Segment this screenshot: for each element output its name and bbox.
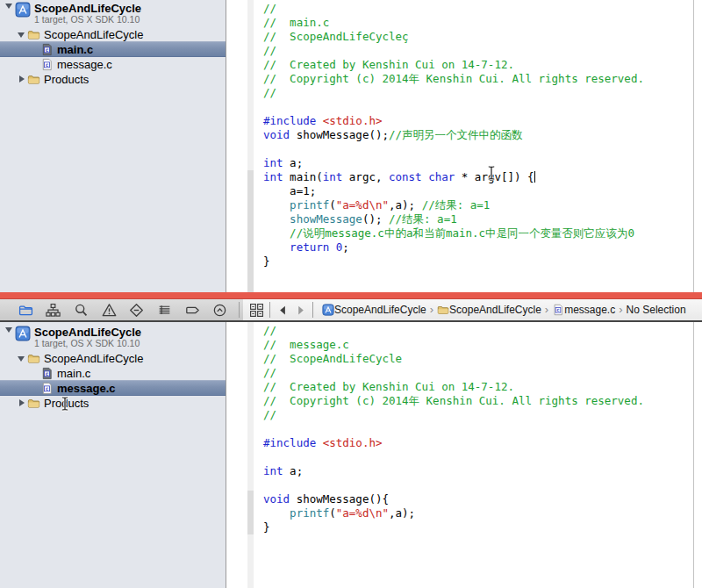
item-label: message.c bbox=[57, 382, 116, 395]
code-main-c[interactable]: //// main.c// ScopeAndLifeCycleç//// Cre… bbox=[227, 2, 690, 269]
breadcrumb-item[interactable]: message.c bbox=[552, 304, 615, 316]
code-token: int bbox=[263, 464, 283, 477]
sidebar-item-scopeandlifecycle[interactable]: ScopeAndLifeCycle bbox=[0, 27, 226, 42]
project-navigator-button[interactable] bbox=[16, 301, 35, 319]
debug-navigator-button[interactable] bbox=[155, 301, 175, 319]
breadcrumb-label: ScopeAndLifeCycle bbox=[334, 304, 426, 316]
c-file-icon bbox=[552, 304, 564, 316]
file-tree-top: ScopeAndLifeCycle1 target, OS X SDK 10.1… bbox=[0, 2, 226, 87]
xcode-project-icon bbox=[322, 304, 334, 316]
code-message-c[interactable]: //// message.c// ScopeAndLifeCycle//// C… bbox=[227, 324, 690, 534]
folder-icon bbox=[437, 304, 449, 316]
code-token: return bbox=[290, 240, 329, 254]
folder-icon bbox=[27, 352, 40, 365]
disclosure-closed-icon[interactable] bbox=[16, 399, 27, 408]
code-line: void showMessage();//声明另一个文件中的函数 bbox=[227, 128, 690, 142]
code-token bbox=[263, 226, 290, 240]
code-token: int bbox=[263, 170, 283, 183]
xcode-project-icon bbox=[15, 326, 31, 341]
code-line bbox=[227, 478, 690, 492]
code-token: void bbox=[263, 128, 290, 141]
divider bbox=[239, 302, 240, 318]
code-token: } bbox=[263, 520, 270, 534]
forward-icon bbox=[294, 304, 307, 317]
jump-bar: ScopeAndLifeCycle›ScopeAndLifeCycle›mess… bbox=[243, 299, 702, 320]
text-caret bbox=[534, 171, 535, 183]
symbol-navigator-button[interactable] bbox=[44, 301, 63, 319]
sidebar-item-scopeandlifecycle[interactable]: ScopeAndLifeCycle bbox=[0, 351, 226, 366]
code-token: // bbox=[263, 324, 276, 337]
breadcrumb-separator: › bbox=[619, 303, 622, 316]
test-navigator-icon bbox=[129, 303, 144, 318]
code-line: // bbox=[227, 86, 690, 100]
sidebar-item-message-c[interactable]: message.c bbox=[0, 57, 226, 72]
disclosure-closed-icon[interactable] bbox=[16, 75, 27, 84]
breakpoint-navigator-button[interactable] bbox=[183, 301, 202, 319]
back-button[interactable] bbox=[274, 301, 291, 319]
sidebar-item-products[interactable]: Products bbox=[0, 72, 226, 87]
code-token: // bbox=[263, 408, 276, 421]
code-token: "a=%d\n" bbox=[336, 506, 389, 520]
code-token: showMessage(){ bbox=[290, 492, 389, 506]
code-token: // message.c bbox=[263, 338, 349, 351]
code-token: const bbox=[389, 170, 422, 183]
disclosure-open-icon[interactable] bbox=[16, 355, 27, 363]
code-token: // main.c bbox=[263, 16, 329, 29]
project-navigator-top: ScopeAndLifeCycle1 target, OS X SDK 10.1… bbox=[0, 0, 226, 292]
disclosure-open-icon[interactable] bbox=[16, 31, 27, 39]
split-divider[interactable] bbox=[0, 292, 702, 299]
breadcrumb-item[interactable]: ScopeAndLifeCycle bbox=[437, 304, 541, 316]
breadcrumb-label: ScopeAndLifeCycle bbox=[449, 304, 541, 316]
breadcrumb-label: No Selection bbox=[627, 304, 686, 316]
item-label: ScopeAndLifeCycle bbox=[44, 352, 143, 365]
code-token: ( bbox=[329, 198, 336, 212]
sidebar-item-scopeandlifecycle[interactable]: ScopeAndLifeCycle1 target, OS X SDK 10.1… bbox=[0, 326, 226, 351]
issue-navigator-button[interactable] bbox=[99, 301, 118, 319]
code-line: #include <stdio.h> bbox=[227, 436, 690, 450]
search-navigator-button[interactable] bbox=[71, 301, 90, 319]
disclosure-open-icon[interactable] bbox=[4, 2, 15, 11]
code-line: // bbox=[227, 324, 690, 338]
forward-button[interactable] bbox=[291, 301, 309, 319]
code-token: (); bbox=[362, 212, 389, 226]
related-items-button[interactable] bbox=[247, 301, 266, 319]
code-token: a; bbox=[283, 464, 304, 477]
report-navigator-icon bbox=[212, 303, 227, 318]
test-navigator-button[interactable] bbox=[127, 301, 147, 319]
breadcrumb-item[interactable]: ScopeAndLifeCycle bbox=[322, 304, 426, 316]
code-token bbox=[263, 198, 290, 212]
code-token bbox=[263, 506, 290, 520]
sidebar-item-message-c[interactable]: message.c bbox=[0, 380, 226, 396]
code-token: ; bbox=[342, 240, 349, 254]
source-editor-main-c[interactable]: //// main.c// ScopeAndLifeCycleç//// Cre… bbox=[227, 0, 702, 292]
code-token: #include bbox=[263, 436, 323, 449]
sidebar-item-main-c[interactable]: main.c bbox=[0, 41, 226, 57]
source-editor-message-c[interactable]: //// message.c// ScopeAndLifeCycle//// C… bbox=[227, 322, 702, 588]
bottom-editor-pane: ScopeAndLifeCycle1 target, OS X SDK 10.1… bbox=[0, 322, 702, 588]
report-navigator-button[interactable] bbox=[211, 301, 230, 319]
code-token: #include bbox=[263, 114, 323, 127]
c-file-icon bbox=[40, 58, 54, 71]
xcode-project-icon bbox=[15, 2, 31, 18]
code-token: a=1; bbox=[263, 184, 316, 197]
navigator-selector-bar: ScopeAndLifeCycle›ScopeAndLifeCycle›mess… bbox=[0, 299, 702, 322]
folder-icon bbox=[27, 28, 40, 41]
code-token: // Copyright (c) 2014年 Kenshin Cui. All … bbox=[263, 72, 644, 85]
related-items-icon bbox=[249, 303, 264, 318]
code-line: a=1; bbox=[227, 184, 690, 198]
code-line: // Copyright (c) 2014年 Kenshin Cui. All … bbox=[227, 394, 690, 408]
breadcrumb-item[interactable]: No Selection bbox=[627, 304, 686, 316]
sidebar-item-main-c[interactable]: main.c bbox=[0, 366, 226, 381]
sidebar-item-products[interactable]: Products bbox=[0, 396, 226, 411]
code-token: ,a); bbox=[389, 198, 422, 212]
code-token: printf bbox=[290, 506, 329, 520]
project-subtitle: 1 target, OS X SDK 10.10 bbox=[34, 338, 141, 349]
sidebar-item-scopeandlifecycle[interactable]: ScopeAndLifeCycle1 target, OS X SDK 10.1… bbox=[0, 2, 226, 27]
code-line: // ScopeAndLifeCycle bbox=[227, 352, 690, 366]
code-token: // bbox=[263, 86, 276, 99]
code-token: printf bbox=[290, 198, 329, 212]
folder-icon bbox=[27, 397, 40, 410]
code-line: printf("a=%d\n",a); //结果: a=1 bbox=[227, 198, 690, 212]
project-title: ScopeAndLifeCycle bbox=[34, 3, 141, 14]
disclosure-open-icon[interactable] bbox=[4, 326, 15, 334]
